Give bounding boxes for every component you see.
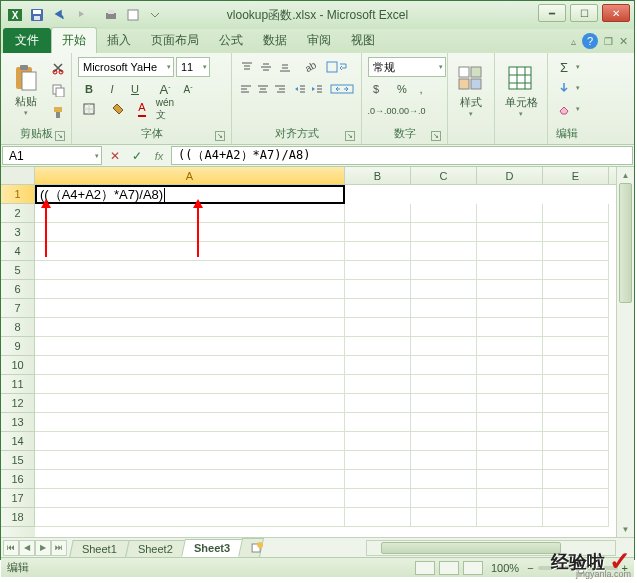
cell[interactable] [477, 432, 543, 451]
cell[interactable] [477, 223, 543, 242]
font-color-button[interactable]: A [131, 99, 153, 119]
cell[interactable] [411, 470, 477, 489]
sheet-tab-1[interactable]: Sheet1 [69, 540, 129, 557]
formula-input[interactable]: ((（A4+A2）*A7)/A8) [171, 146, 633, 165]
align-bottom-icon[interactable] [276, 57, 294, 77]
cell[interactable] [345, 508, 411, 527]
clipboard-launcher-icon[interactable]: ↘ [55, 131, 65, 141]
cell[interactable] [543, 337, 609, 356]
row-header-10[interactable]: 10 [1, 356, 35, 375]
cell[interactable] [35, 413, 345, 432]
sheet-tab-2[interactable]: Sheet2 [125, 540, 185, 557]
fill-icon[interactable] [554, 78, 574, 98]
bold-button[interactable]: B [78, 79, 100, 99]
cell[interactable] [345, 204, 411, 223]
format-painter-icon[interactable] [49, 102, 67, 122]
cell[interactable] [543, 413, 609, 432]
cell[interactable] [543, 261, 609, 280]
cell[interactable] [345, 394, 411, 413]
cell[interactable] [35, 242, 345, 261]
col-header-B[interactable]: B [345, 167, 411, 184]
row-header-18[interactable]: 18 [1, 508, 35, 527]
close-button[interactable]: ✕ [602, 4, 630, 22]
row-header-17[interactable]: 17 [1, 489, 35, 508]
styles-button[interactable]: 样式▾ [452, 59, 490, 125]
cell[interactable] [543, 470, 609, 489]
cell[interactable] [345, 299, 411, 318]
cell[interactable] [411, 375, 477, 394]
scroll-up-icon[interactable]: ▲ [617, 167, 634, 183]
cell[interactable] [543, 280, 609, 299]
cell[interactable] [411, 356, 477, 375]
tab-review[interactable]: 审阅 [297, 28, 341, 53]
cell[interactable] [477, 242, 543, 261]
cell[interactable] [543, 204, 609, 223]
font-size-combo[interactable]: 11▾ [176, 57, 210, 77]
decrease-indent-icon[interactable] [292, 79, 308, 99]
cells-area[interactable]: ((（A4+A2）*A7)/A8) [35, 185, 616, 537]
cell[interactable] [345, 489, 411, 508]
cell[interactable] [477, 261, 543, 280]
row-header-16[interactable]: 16 [1, 470, 35, 489]
align-top-icon[interactable] [238, 57, 256, 77]
row-header-8[interactable]: 8 [1, 318, 35, 337]
cell[interactable] [543, 451, 609, 470]
cell[interactable] [345, 413, 411, 432]
comma-icon[interactable]: , [412, 79, 430, 99]
align-center-icon[interactable] [255, 79, 271, 99]
cell[interactable] [477, 375, 543, 394]
col-header-A[interactable]: A [35, 167, 345, 184]
orientation-icon[interactable]: ab [300, 57, 318, 77]
vertical-scrollbar[interactable]: ▲ ▼ [616, 167, 634, 537]
autosum-icon[interactable]: Σ [554, 57, 574, 77]
row-header-1[interactable]: 1 [1, 185, 35, 204]
italic-button[interactable]: I [101, 79, 123, 99]
cell[interactable] [477, 204, 543, 223]
help-icon[interactable]: ? [582, 33, 598, 49]
cell[interactable] [477, 299, 543, 318]
minimize-ribbon-icon[interactable]: ▵ [571, 36, 576, 47]
sheet-tab-3[interactable]: Sheet3 [181, 539, 243, 557]
col-header-C[interactable]: C [411, 167, 477, 184]
cells-button[interactable]: 单元格▾ [499, 59, 543, 125]
cell[interactable] [411, 413, 477, 432]
col-header-E[interactable]: E [543, 167, 609, 184]
cell[interactable] [411, 508, 477, 527]
cell[interactable] [411, 394, 477, 413]
cell[interactable] [345, 223, 411, 242]
cell[interactable] [345, 337, 411, 356]
font-name-combo[interactable]: Microsoft YaHe▾ [78, 57, 174, 77]
cell[interactable] [35, 432, 345, 451]
wrap-text-icon[interactable] [324, 57, 352, 77]
cell[interactable] [35, 375, 345, 394]
cell[interactable] [345, 318, 411, 337]
cell[interactable] [35, 280, 345, 299]
minimize-button[interactable]: ━ [538, 4, 566, 22]
tab-formulas[interactable]: 公式 [209, 28, 253, 53]
cell[interactable] [543, 299, 609, 318]
row-header-15[interactable]: 15 [1, 451, 35, 470]
sheet-nav-prev-icon[interactable]: ◀ [19, 540, 35, 556]
cell[interactable] [477, 508, 543, 527]
cell[interactable] [35, 508, 345, 527]
cell[interactable] [35, 337, 345, 356]
shrink-font-button[interactable]: Aˇ [177, 79, 199, 99]
cell[interactable] [411, 318, 477, 337]
hscroll-thumb[interactable] [381, 542, 561, 554]
number-launcher-icon[interactable]: ↘ [431, 131, 441, 141]
paste-button[interactable]: 粘贴 ▾ [5, 57, 47, 123]
align-left-icon[interactable] [238, 79, 254, 99]
decrease-decimal-icon[interactable]: .00→.0 [397, 101, 425, 121]
cell[interactable] [411, 451, 477, 470]
currency-icon[interactable]: $ [368, 79, 392, 99]
cell[interactable] [411, 204, 477, 223]
qat-print-icon[interactable] [101, 5, 121, 25]
tab-file[interactable]: 文件 [3, 28, 51, 53]
fx-icon[interactable]: fx [151, 148, 167, 164]
cell[interactable] [543, 508, 609, 527]
cell[interactable] [35, 470, 345, 489]
row-header-5[interactable]: 5 [1, 261, 35, 280]
cell[interactable] [411, 242, 477, 261]
cell[interactable] [543, 242, 609, 261]
cell[interactable] [35, 318, 345, 337]
